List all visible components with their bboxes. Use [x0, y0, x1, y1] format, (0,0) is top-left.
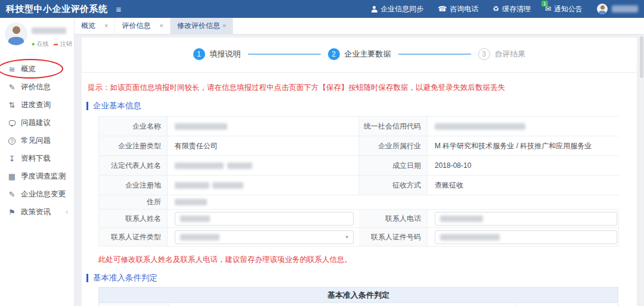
layers-icon: ≋: [7, 65, 17, 73]
contact-id-no-input[interactable]: [435, 230, 617, 244]
chevron-down-icon: ▾: [345, 234, 348, 240]
cache-clear-button[interactable]: ♻ 缓存清理: [493, 4, 531, 14]
enterprise-sync-button[interactable]: 企业信息同步: [371, 4, 423, 14]
save-reminder-notice: 提示：如该页面信息填报时间较长，请在信息填报过程中点击页面下方【保存】按钮随时保…: [88, 83, 637, 93]
sidebar-item-suggestions[interactable]: 问题建议: [0, 114, 74, 132]
header-actions: 企业信息同步 ☎ 咨询电话 ♻ 缓存清理 1 ✉ 通知公告: [371, 4, 638, 14]
step-number: 2: [328, 48, 340, 60]
step-label: 企业主要数据: [345, 49, 391, 60]
contact-name-label: 联系人姓名: [99, 210, 168, 228]
step-connector: [398, 54, 471, 55]
legal-rep-label: 法定代表人姓名: [99, 156, 168, 176]
redacted-value: [175, 123, 227, 130]
step-enterprise-main-data[interactable]: 2 企业主要数据: [328, 48, 391, 60]
notification-badge: 1: [541, 1, 548, 7]
contact-edit-note: 此处可修改联系人姓名及联系人电话，建议留存办理该项业务的联系人信息。: [98, 255, 637, 265]
basic-info-table: 企业名称 统一社会信用代码 企业注册类型 有限责任公司 企业所属行业 M 科学研…: [98, 116, 618, 246]
tax-method-label: 征收方式: [359, 176, 428, 195]
close-icon[interactable]: ×: [104, 23, 108, 29]
tax-method-value: 查账征收: [428, 176, 619, 195]
vertical-scrollbar[interactable]: [640, 35, 643, 306]
edit-icon: ✎: [7, 191, 17, 198]
step-number: 1: [193, 48, 205, 60]
contact-name-cell: [168, 210, 359, 228]
redacted-value: [175, 163, 224, 169]
admission-row-label: 产品及服务范围: [99, 303, 169, 306]
phone-icon: ☎: [438, 5, 447, 13]
sidebar-item-label: 进度查询: [21, 100, 51, 110]
reg-place-value: [168, 176, 359, 195]
company-name-value: [168, 117, 359, 136]
admission-row-options: 是 否: [516, 303, 619, 306]
close-icon[interactable]: ×: [222, 23, 226, 29]
main-area: 概览 × 评价信息 × 修改评价信息 × 1: [75, 18, 644, 306]
contact-name-input[interactable]: [175, 212, 354, 226]
tab-modify-evaluation-info[interactable]: 修改评价信息 ×: [171, 18, 233, 34]
redacted-value: [180, 216, 210, 222]
sidebar-item-label: 评价信息: [21, 82, 51, 92]
sidebar-item-overview[interactable]: ≋ 概览: [0, 60, 74, 78]
speech-bubble-icon: [7, 119, 17, 127]
chevron-left-icon[interactable]: ‹: [66, 208, 68, 216]
section-title-text: 基本准入条件判定: [93, 273, 157, 283]
person-icon: [371, 6, 377, 13]
reg-type-value: 有限责任公司: [168, 136, 359, 156]
online-status-label: 在线: [36, 40, 48, 48]
sidebar-item-faq[interactable]: ? 常见问题: [0, 132, 74, 149]
stepper: 1 填报说明 2 企业主要数据 3 自评结果: [82, 38, 637, 73]
notifications-button[interactable]: 1 ✉ 通知公告: [545, 4, 583, 14]
founded-date-value: 2018-08-10: [428, 156, 619, 176]
contact-id-type-select[interactable]: ▾: [175, 230, 354, 244]
step-self-evaluation-result[interactable]: 3 自评结果: [478, 48, 526, 60]
cache-clear-label: 缓存清理: [502, 4, 531, 14]
logout-link[interactable]: 注销: [60, 40, 72, 48]
sidebar: ● 在线 ➦ 注销 ≋ 概览 ✎ 评价信息: [0, 18, 75, 306]
sidebar-item-progress-query[interactable]: ⇅ 进度查询: [0, 96, 74, 114]
redacted-value: [212, 182, 243, 189]
redacted-value: [440, 234, 500, 241]
tab-label: 评价信息: [122, 21, 150, 31]
sidebar-item-evaluation-info[interactable]: ✎ 评价信息: [0, 78, 74, 96]
online-dot-icon: ●: [32, 41, 35, 47]
industry-label: 企业所属行业: [359, 136, 428, 156]
enterprise-sync-label: 企业信息同步: [380, 4, 423, 14]
tab-overview[interactable]: 概览 ×: [75, 18, 115, 34]
step-label: 自评结果: [495, 49, 526, 60]
step-filling-instructions[interactable]: 1 填报说明: [193, 48, 241, 60]
sidebar-item-quarterly-survey[interactable]: ▦ 季度调查监测: [0, 167, 74, 185]
industry-value: M 科学研究和技术服务业 / 科技推广和应用服务业: [428, 136, 619, 156]
section-bar: [86, 274, 88, 282]
sidebar-item-label: 概览: [21, 64, 36, 74]
scrollbar-thumb[interactable]: [640, 36, 643, 78]
admission-table-header: 基本准入条件判定: [99, 288, 618, 303]
sidebar-item-label: 季度调查监测: [21, 171, 66, 182]
sidebar-item-label: 企业信息变更: [21, 189, 66, 199]
company-name-label: 企业名称: [99, 117, 168, 136]
redacted-sidebar-username: [32, 27, 66, 34]
section-basic-info: 企业基本信息: [86, 101, 637, 111]
sidebar-item-downloads[interactable]: ↧ 资料下载: [0, 149, 74, 167]
redacted-value: [180, 234, 219, 241]
grid-icon: ▦: [7, 173, 17, 180]
sidebar-menu: ≋ 概览 ✎ 评价信息 ⇅ 进度查询 问题建议 ? 常见问题: [0, 60, 74, 221]
content-panel: 1 填报说明 2 企业主要数据 3 自评结果: [82, 38, 637, 306]
redacted-value: [175, 199, 207, 205]
contact-phone-input[interactable]: [435, 212, 617, 226]
consult-phone-button[interactable]: ☎ 咨询电话: [438, 4, 478, 14]
sidebar-item-policy-news[interactable]: ⚑ 政策资讯 ‹: [0, 203, 74, 221]
contact-id-no-cell: [428, 228, 619, 246]
tab-label: 修改评价信息: [177, 21, 220, 31]
sidebar-avatar: [5, 23, 27, 45]
hamburger-menu-icon[interactable]: ≡: [116, 5, 122, 14]
tab-evaluation-info[interactable]: 评价信息 ×: [115, 18, 170, 34]
edit-icon: ✎: [7, 83, 17, 91]
header-user-menu[interactable]: [597, 4, 638, 14]
sidebar-item-label: 常见问题: [21, 136, 51, 146]
notifications-label: 通知公告: [554, 4, 583, 14]
user-avatar: [597, 4, 608, 14]
close-icon[interactable]: ×: [159, 23, 163, 29]
contact-id-type-cell: ▾: [168, 228, 359, 246]
step-label: 填报说明: [210, 49, 241, 60]
sidebar-item-label: 资料下载: [21, 154, 51, 164]
sidebar-item-info-change[interactable]: ✎ 企业信息变更: [0, 185, 74, 203]
